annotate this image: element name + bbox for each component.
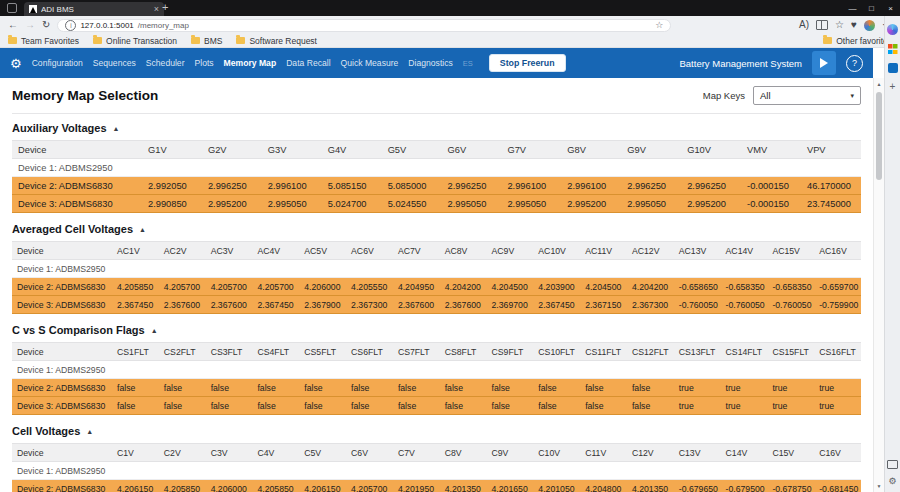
tab-close-icon[interactable]: ×	[154, 4, 159, 14]
nav-item-memory-map[interactable]: Memory Map	[224, 58, 277, 68]
value-cell: 2.995050	[262, 195, 322, 213]
table-row[interactable]: Device 1: ADBMS2950	[12, 159, 861, 177]
stop-freerun-button[interactable]: Stop Freerun	[489, 54, 566, 72]
value-cell: 2.995200	[561, 195, 621, 213]
nav-item-data-recall[interactable]: Data Recall	[286, 58, 330, 68]
nav-item-quick-measure[interactable]: Quick Measure	[341, 58, 399, 68]
sidebar-add-icon[interactable]: +	[890, 82, 896, 92]
bookmark-item[interactable]: BMS	[191, 36, 222, 46]
value-cell	[206, 361, 253, 379]
scroll-down-icon[interactable]: ▼	[874, 483, 884, 489]
run-button[interactable]	[812, 51, 836, 75]
device-cell: Device 1: ADBMS2950	[12, 260, 112, 278]
back-icon[interactable]: ←	[8, 20, 18, 30]
other-favorites[interactable]: Other favorites	[823, 36, 892, 46]
bookmark-item[interactable]: Software Request	[236, 36, 317, 46]
collapse-icon[interactable]: ▲	[139, 226, 146, 233]
table-row[interactable]: Device 3: ADBMS68302.9908502.9952002.995…	[12, 195, 861, 213]
browser-tab[interactable]: ADI BMS ×	[24, 2, 164, 16]
value-cell: false	[440, 397, 487, 415]
value-cell: 4.204800	[580, 480, 627, 492]
value-cell: -0.658650	[674, 278, 721, 296]
outlook-icon[interactable]	[888, 63, 898, 73]
microsoft365-icon[interactable]	[888, 44, 898, 54]
bookmark-item[interactable]: Team Favorites	[8, 36, 79, 46]
value-cell: false	[252, 397, 299, 415]
value-cell: 2.367600	[206, 296, 253, 314]
value-cell: 46.170000	[801, 177, 861, 195]
value-cell	[767, 260, 814, 278]
column-header: C2V	[159, 444, 206, 462]
value-cell	[252, 361, 299, 379]
collapse-icon[interactable]: ▲	[113, 125, 120, 132]
page-scrollbar[interactable]: ▲ ▼	[873, 78, 884, 492]
value-cell: false	[533, 379, 580, 397]
value-cell	[440, 260, 487, 278]
value-cell: 2.367600	[159, 296, 206, 314]
value-cell: 4.205850	[112, 278, 159, 296]
collapse-icon[interactable]: ▲	[86, 428, 93, 435]
value-cell: -0.679650	[674, 480, 721, 492]
split-screen-icon[interactable]	[816, 20, 828, 30]
table-row[interactable]: Device 2: ADBMS68304.2061504.2058504.206…	[12, 480, 861, 492]
refresh-icon[interactable]: ↻	[42, 20, 50, 30]
value-cell	[159, 462, 206, 480]
value-cell	[487, 260, 534, 278]
favorites-icon[interactable]: ☆	[835, 20, 844, 30]
table-row[interactable]: Device 3: ADBMS6830falsefalsefalsefalsef…	[12, 397, 861, 415]
column-header: CS5FLT	[299, 343, 346, 361]
favorite-star-icon[interactable]: ☆	[655, 20, 663, 30]
map-keys-select[interactable]: All ▾	[753, 86, 861, 105]
map-keys-value: All	[760, 90, 771, 101]
value-cell	[393, 462, 440, 480]
value-cell: -0.760050	[674, 296, 721, 314]
nav-item-diagnostics[interactable]: Diagnostics	[408, 58, 452, 68]
value-cell: false	[440, 379, 487, 397]
copilot-icon[interactable]	[887, 24, 898, 35]
page-info-icon[interactable]: i	[65, 20, 76, 31]
workspace-icon[interactable]	[7, 3, 17, 13]
sidebar-settings-icon[interactable]: ⚙	[888, 477, 896, 486]
scroll-up-icon[interactable]: ▲	[874, 81, 884, 87]
essentials-icon[interactable]: ♥	[851, 20, 857, 30]
value-cell: -0.679500	[721, 480, 768, 492]
scrollbar-thumb[interactable]	[876, 92, 882, 180]
settings-gear-icon[interactable]: ⚙	[10, 57, 22, 70]
column-header: CS13FLT	[674, 343, 721, 361]
profile-avatar[interactable]	[864, 20, 875, 31]
forward-icon[interactable]: →	[25, 20, 35, 30]
value-cell: 4.204950	[393, 278, 440, 296]
table-row[interactable]: Device 2: ADBMS68302.9920502.9962502.996…	[12, 177, 861, 195]
table-row[interactable]: Device 2: ADBMS6830falsefalsefalsefalsef…	[12, 379, 861, 397]
folder-icon	[191, 37, 200, 44]
nav-item-configuration[interactable]: Configuration	[32, 58, 83, 68]
new-tab-icon[interactable]: +	[162, 1, 168, 13]
maximize-icon[interactable]: □	[862, 0, 881, 16]
table-row[interactable]: Device 1: ADBMS2950	[12, 462, 861, 480]
value-cell: 4.201050	[533, 480, 580, 492]
column-header: CS7FLT	[393, 343, 440, 361]
value-cell: 2.367450	[112, 296, 159, 314]
help-icon[interactable]: ?	[846, 55, 863, 72]
nav-item-sequences[interactable]: Sequences	[93, 58, 136, 68]
close-icon[interactable]: ×	[881, 0, 900, 16]
table-row[interactable]: Device 2: ADBMS68304.2058504.2057004.205…	[12, 278, 861, 296]
column-header: CS14FLT	[721, 343, 768, 361]
column-header: CS11FLT	[580, 343, 627, 361]
table-row[interactable]: Device 3: ADBMS68302.3674502.3676002.367…	[12, 296, 861, 314]
column-header: C4V	[252, 444, 299, 462]
bookmark-item[interactable]: Online Transaction	[93, 36, 177, 46]
read-aloud-icon[interactable]: A)	[799, 20, 809, 30]
nav-item-scheduler[interactable]: Scheduler	[146, 58, 185, 68]
screenshot-icon[interactable]	[887, 460, 898, 469]
table-row[interactable]: Device 1: ADBMS2950	[12, 361, 861, 379]
nav-item-plots[interactable]: Plots	[195, 58, 214, 68]
bookmarks-list: Team FavoritesOnline TransactionBMSSoftw…	[8, 36, 317, 46]
table-row[interactable]: Device 1: ADBMS2950	[12, 260, 861, 278]
nav-status-text: ES	[463, 59, 473, 68]
value-cell: 2.367600	[393, 296, 440, 314]
column-header: C3V	[206, 444, 253, 462]
collapse-icon[interactable]: ▲	[151, 327, 158, 334]
minimize-icon[interactable]: —	[843, 0, 862, 16]
address-bar[interactable]: i 127.0.0.1:5001 /memory_map ☆	[57, 19, 671, 32]
